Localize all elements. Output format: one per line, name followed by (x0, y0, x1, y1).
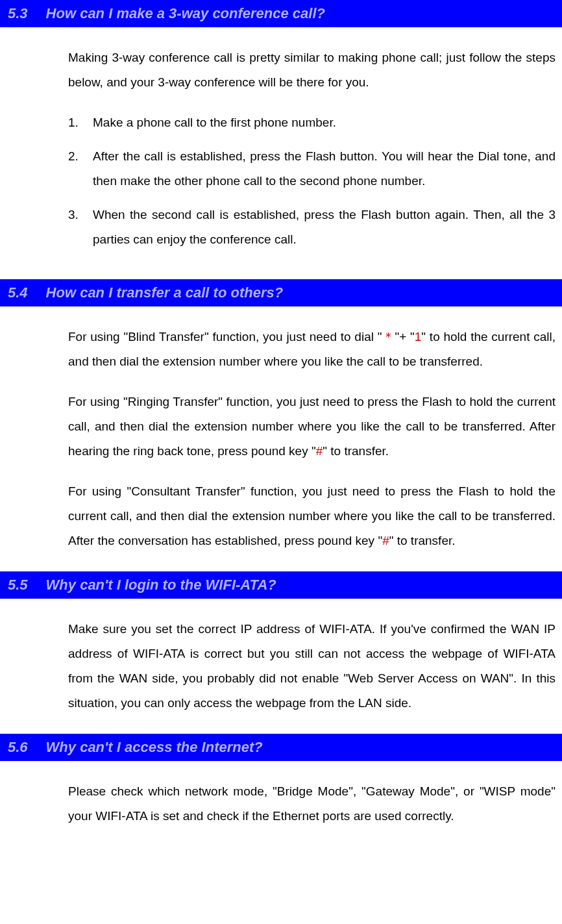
section-number: 5.6 (8, 739, 28, 755)
section-number: 5.5 (8, 577, 28, 593)
section-title: How can I transfer a call to others? (46, 284, 284, 301)
login-paragraph: Make sure you set the correct IP address… (68, 617, 556, 716)
section-title: Why can't I login to the WIFI-ATA? (46, 577, 276, 593)
internet-paragraph: Please check which network mode, "Bridge… (68, 779, 556, 829)
star-key: ＊ (382, 330, 395, 343)
one-key: 1 (415, 330, 422, 343)
blind-transfer-paragraph: For using "Blind Transfer" function, you… (68, 325, 556, 374)
section-content-5-6: Please check which network mode, "Bridge… (0, 761, 562, 847)
steps-list: Make a phone call to the first phone num… (68, 110, 556, 252)
section-title: Why can't I access the Internet? (46, 739, 263, 755)
consultant-transfer-paragraph: For using "Consultant Transfer" function… (68, 479, 556, 553)
pound-key: # (316, 444, 323, 458)
section-number: 5.3 (8, 5, 28, 21)
section-header-5-5: 5.5Why can't I login to the WIFI-ATA? (0, 571, 562, 599)
section-content-5-3: Making 3-way conference call is pretty s… (0, 27, 562, 279)
section-header-5-4: 5.4How can I transfer a call to others? (0, 279, 562, 306)
ringing-transfer-paragraph: For using "Ringing Transfer" function, y… (68, 390, 556, 464)
section-content-5-5: Make sure you set the correct IP address… (0, 599, 562, 734)
section-number: 5.4 (8, 284, 28, 301)
section-header-5-6: 5.6Why can't I access the Internet? (0, 734, 562, 761)
step-item: Make a phone call to the first phone num… (68, 110, 556, 135)
step-item: After the call is established, press the… (68, 144, 556, 194)
section-header-5-3: 5.3How can I make a 3-way conference cal… (0, 0, 562, 27)
section-title: How can I make a 3-way conference call? (46, 5, 325, 21)
step-item: When the second call is established, pre… (68, 203, 556, 252)
pound-key: # (382, 534, 389, 547)
section-content-5-4: For using "Blind Transfer" function, you… (0, 306, 562, 571)
intro-paragraph: Making 3-way conference call is pretty s… (68, 45, 556, 95)
